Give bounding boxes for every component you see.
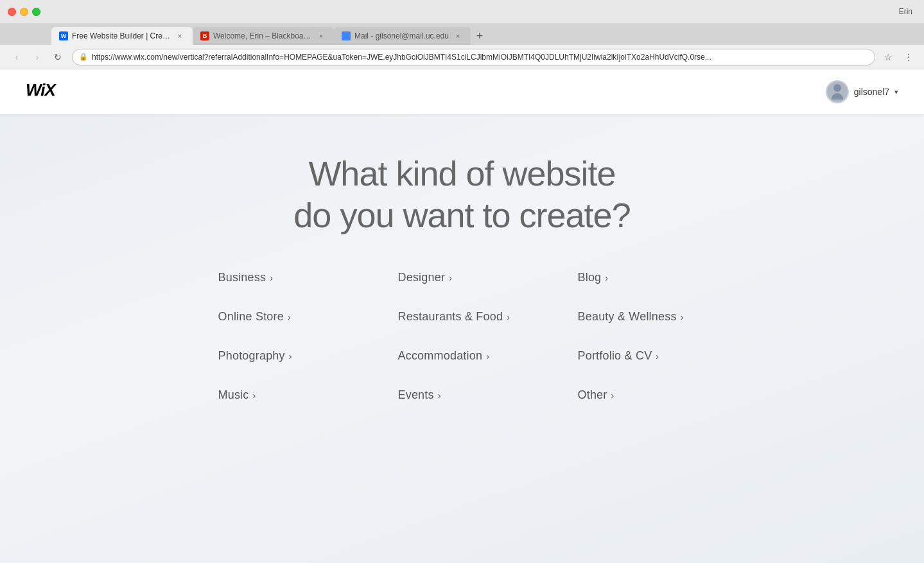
category-label: Online Store <box>218 310 284 324</box>
user-dropdown-arrow: ▾ <box>894 88 898 96</box>
category-label: Restaurants & Food <box>398 310 503 324</box>
tab-close-mail[interactable]: × <box>453 31 463 41</box>
category-label: Beauty & Wellness <box>578 310 677 324</box>
avatar-body <box>832 93 843 100</box>
username-display: gilsonel7 <box>854 87 889 97</box>
svg-text:WiX: WiX <box>26 80 57 100</box>
category-item-photography[interactable]: Photography› <box>218 347 347 365</box>
category-label: Music <box>218 388 249 402</box>
browser-user-label: Erin <box>899 7 912 16</box>
menu-button[interactable]: ⋮ <box>901 49 916 65</box>
headline-line2: do you want to create? <box>293 195 630 236</box>
category-item-music[interactable]: Music› <box>218 386 347 404</box>
url-text: https://www.wix.com/new/vertical?referra… <box>92 53 868 62</box>
avatar-inner <box>827 82 848 102</box>
category-arrow-icon: › <box>270 273 273 283</box>
url-bar[interactable]: 🔒 https://www.wix.com/new/vertical?refer… <box>72 49 875 65</box>
category-item-other[interactable]: Other› <box>578 386 706 404</box>
category-arrow-icon: › <box>438 390 441 401</box>
category-item-online-store[interactable]: Online Store› <box>218 307 347 326</box>
category-item-business[interactable]: Business› <box>218 268 347 287</box>
close-button[interactable] <box>8 8 16 16</box>
headline: What kind of website do you want to crea… <box>293 153 630 236</box>
headline-line1: What kind of website <box>293 153 630 195</box>
user-area[interactable]: gilsonel7 ▾ <box>826 80 898 103</box>
tab-favicon-bb: B <box>200 31 209 40</box>
forward-button[interactable]: › <box>28 48 46 66</box>
tab-title-wix: Free Website Builder | Create... <box>72 31 171 40</box>
address-bar: ‹ › ↻ 🔒 https://www.wix.com/new/vertical… <box>0 45 924 69</box>
category-arrow-icon: › <box>253 390 256 401</box>
category-arrow-icon: › <box>656 351 659 361</box>
category-item-restaurants---food[interactable]: Restaurants & Food› <box>398 307 527 326</box>
back-button[interactable]: ‹ <box>8 48 26 66</box>
category-item-events[interactable]: Events› <box>398 386 527 404</box>
category-arrow-icon: › <box>449 273 452 283</box>
category-label: Business <box>218 271 266 284</box>
traffic-lights <box>8 8 40 16</box>
tab-wix[interactable]: W Free Website Builder | Create... × <box>51 27 193 45</box>
category-arrow-icon: › <box>288 312 291 322</box>
tab-mail[interactable]: Mail - gilsonel@mail.uc.edu × <box>334 27 471 45</box>
new-tab-button[interactable]: + <box>471 27 489 45</box>
category-label: Events <box>398 388 434 402</box>
category-label: Blog <box>578 271 602 284</box>
minimize-button[interactable] <box>20 8 28 16</box>
secure-icon: 🔒 <box>79 53 88 61</box>
tab-favicon-mail <box>342 31 351 40</box>
tab-close-wix[interactable]: × <box>175 31 185 41</box>
avatar <box>826 80 849 103</box>
avatar-circle <box>833 84 841 92</box>
category-arrow-icon: › <box>611 390 615 401</box>
page-content: WiX gilsonel7 ▾ What kind of website do … <box>0 69 924 563</box>
category-label: Portfolio & CV <box>578 349 652 363</box>
category-label: Accommodation <box>398 349 483 363</box>
category-arrow-icon: › <box>289 351 292 361</box>
tab-favicon-wix: W <box>59 31 68 40</box>
refresh-button[interactable]: ↻ <box>49 48 67 66</box>
maximize-button[interactable] <box>32 8 40 16</box>
category-arrow-icon: › <box>605 273 608 283</box>
category-item-beauty---wellness[interactable]: Beauty & Wellness› <box>578 307 706 326</box>
tab-title-mail: Mail - gilsonel@mail.uc.edu <box>354 31 449 40</box>
bookmark-button[interactable]: ☆ <box>880 49 896 65</box>
avatar-head <box>832 84 843 100</box>
tab-blackboard[interactable]: B Welcome, Erin – Blackboard Le... × <box>193 27 334 45</box>
title-bar: Erin <box>0 0 924 23</box>
category-item-blog[interactable]: Blog› <box>578 268 706 287</box>
tabs-bar: W Free Website Builder | Create... × B W… <box>0 23 924 45</box>
category-label: Designer <box>398 271 446 284</box>
category-arrow-icon: › <box>681 312 684 322</box>
nav-buttons: ‹ › ↻ <box>8 48 67 66</box>
tab-title-bb: Welcome, Erin – Blackboard Le... <box>213 31 312 40</box>
tab-close-bb[interactable]: × <box>316 31 326 41</box>
category-label: Other <box>578 388 607 402</box>
category-item-portfolio---cv[interactable]: Portfolio & CV› <box>578 347 706 365</box>
address-actions: ☆ ⋮ <box>880 49 916 65</box>
wix-logo: WiX <box>26 80 64 104</box>
category-label: Photography <box>218 349 285 363</box>
category-arrow-icon: › <box>486 351 489 361</box>
category-arrow-icon: › <box>507 312 510 322</box>
main-area: What kind of website do you want to crea… <box>0 114 924 404</box>
wix-navbar: WiX gilsonel7 ▾ <box>0 69 924 114</box>
category-item-designer[interactable]: Designer› <box>398 268 527 287</box>
category-item-accommodation[interactable]: Accommodation› <box>398 347 527 365</box>
category-grid: Business›Designer›Blog›Online Store›Rest… <box>218 268 706 404</box>
